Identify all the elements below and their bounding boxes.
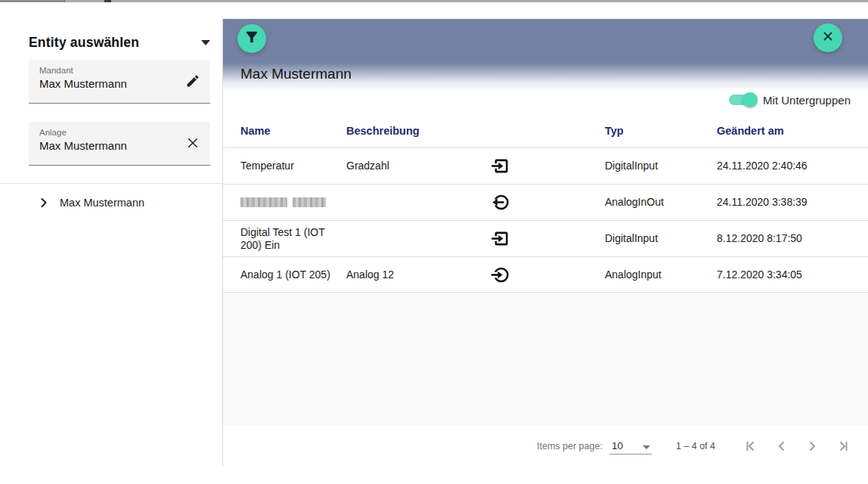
column-header-geaendert-am[interactable]: Geändert am <box>717 125 851 137</box>
column-header-typ[interactable]: Typ <box>605 125 717 137</box>
close-button[interactable] <box>814 23 842 52</box>
toggle-knob[interactable] <box>742 92 758 107</box>
table-row[interactable]: Analog 1 (IOT 205)Analog 12 AnalogInput7… <box>223 256 868 293</box>
table-empty-area <box>223 292 868 425</box>
redacted-name <box>240 197 346 207</box>
cell-name: Digital Test 1 (IOT 200) Ein <box>240 226 346 252</box>
cell-typ: DigitalInput <box>605 160 717 172</box>
panel-title: Max Mustermann <box>240 66 352 82</box>
entity-sidebar: Entity auswählen Mandant Max Mustermann … <box>0 2 223 467</box>
pencil-icon <box>185 73 200 92</box>
cell-name: Temperatur <box>240 160 346 172</box>
mandant-field-label: Mandant <box>39 66 201 75</box>
cell-changed: 24.11.2020 3:38:39 <box>717 196 851 209</box>
filter-funnel-icon <box>243 29 260 48</box>
cell-name: Analog 1 (IOT 205) <box>240 268 346 281</box>
cell-name <box>240 197 346 207</box>
anlage-field[interactable]: Anlage Max Mustermann <box>29 122 210 166</box>
anlage-field-label: Anlage <box>39 128 201 137</box>
table-row[interactable]: Digital Test 1 (IOT 200) Ein DigitalInpu… <box>223 220 868 256</box>
clear-anlage-button[interactable] <box>183 135 203 154</box>
cell-changed: 24.11.2020 2:40:46 <box>717 160 851 172</box>
tree-item-max-mustermann[interactable]: Max Mustermann <box>29 191 210 214</box>
last-page-icon <box>833 437 851 455</box>
digital-input-icon <box>463 156 537 176</box>
tree-item-label: Max Mustermann <box>60 197 144 209</box>
next-page-button[interactable] <box>797 431 827 461</box>
table-body: TemperaturGradzahl DigitalInput24.11.202… <box>223 147 868 293</box>
mandant-field-value: Max Mustermann <box>39 77 201 90</box>
filter-button[interactable] <box>237 24 266 53</box>
first-page-icon <box>742 437 761 455</box>
chevron-right-icon <box>803 437 821 455</box>
column-header-beschreibung[interactable]: Beschreibung <box>346 125 463 137</box>
chevron-right-icon[interactable] <box>36 195 51 210</box>
cell-description: Analog 12 <box>346 268 463 281</box>
panel-header-bar <box>223 19 868 63</box>
collapse-caret-icon[interactable] <box>201 40 210 45</box>
column-header-name[interactable]: Name <box>240 125 346 137</box>
analog-inout-icon <box>463 192 537 213</box>
cell-changed: 7.12.2020 3:34:05 <box>717 268 851 281</box>
entity-table-panel: Max Mustermann Mit Untergruppen Name Bes… <box>223 19 868 467</box>
first-page-button[interactable] <box>736 431 767 461</box>
cell-typ: AnalogInput <box>605 268 717 281</box>
cell-changed: 8.12.2020 8:17:50 <box>717 232 851 245</box>
cell-description: Gradzahl <box>346 160 463 172</box>
sidebar-title: Entity auswählen <box>29 35 139 51</box>
select-caret-icon <box>643 445 650 449</box>
digital-input-icon <box>463 228 537 249</box>
table-row[interactable]: TemperaturGradzahl DigitalInput24.11.202… <box>223 147 868 184</box>
sidebar-divider <box>0 183 222 184</box>
mit-untergruppen-toggle[interactable] <box>729 92 756 107</box>
last-page-button[interactable] <box>827 431 857 461</box>
entity-picker-dialog: Entity auswählen Mandant Max Mustermann … <box>0 0 868 484</box>
toggle-label: Mit Untergruppen <box>763 94 851 107</box>
edit-mandant-button[interactable] <box>183 73 203 92</box>
paginator-range-label: 1 – 4 of 4 <box>676 441 715 451</box>
close-x-icon <box>821 29 835 46</box>
page-size-value: 10 <box>612 440 623 451</box>
table-row[interactable]: AnalogInOut24.11.2020 3:38:39 <box>223 184 868 220</box>
table-header-row: Name Beschreibung Typ Geändert am <box>223 114 868 147</box>
previous-page-button[interactable] <box>767 431 797 461</box>
analog-input-icon <box>463 265 537 285</box>
page-size-select[interactable]: 10 <box>609 438 652 455</box>
anlage-field-value: Max Mustermann <box>39 139 201 152</box>
cell-typ: AnalogInOut <box>605 196 717 209</box>
mandant-field[interactable]: Mandant Max Mustermann <box>29 60 210 104</box>
chevron-left-icon <box>773 437 791 455</box>
clear-x-icon <box>186 136 200 153</box>
cell-typ: DigitalInput <box>605 232 717 245</box>
paginator: Items per page: 10 1 – 4 of 4 <box>223 425 868 467</box>
items-per-page-label: Items per page: <box>537 441 603 451</box>
